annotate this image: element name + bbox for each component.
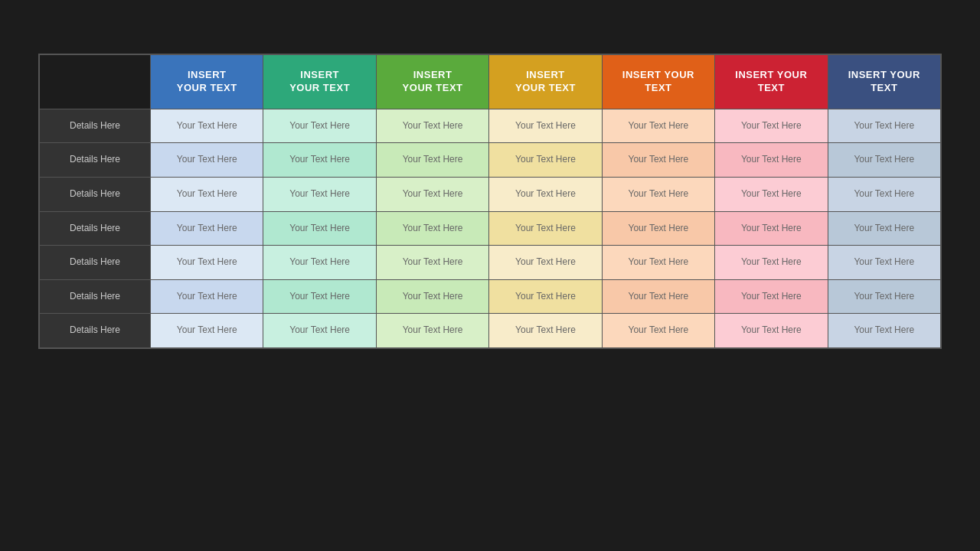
table-cell[interactable]: Your Text Here [376, 177, 488, 211]
table-cell[interactable]: Your Text Here [263, 143, 376, 178]
table-row: Details HereYour Text HereYour Text Here… [40, 143, 941, 178]
header-cell-teal: INSERTYOUR TEXT [263, 55, 376, 109]
table-cell[interactable]: Your Text Here [602, 143, 714, 178]
table-row: Details HereYour Text HereYour Text Here… [40, 279, 941, 314]
table-cell[interactable]: Your Text Here [489, 279, 602, 314]
table-row: Details HereYour Text HereYour Text Here… [40, 246, 941, 280]
table-cell[interactable]: Your Text Here [602, 279, 714, 314]
table-cell[interactable]: Your Text Here [828, 143, 940, 178]
table-cell[interactable]: Your Text Here [263, 177, 376, 211]
table-cell[interactable]: Your Text Here [828, 246, 940, 280]
table-cell[interactable]: Your Text Here [715, 279, 828, 314]
slide: INSERTYOUR TEXTINSERTYOUR TEXTINSERTYOUR… [0, 0, 980, 551]
header-cell-navy: INSERT YOURTEXT [828, 55, 940, 109]
table-cell[interactable]: Your Text Here [489, 177, 602, 211]
table-cell[interactable]: Your Text Here [489, 211, 602, 246]
table-cell[interactable]: Your Text Here [602, 109, 714, 143]
table-cell[interactable]: Your Text Here [151, 246, 263, 280]
table-cell[interactable]: Your Text Here [151, 109, 263, 143]
table-cell[interactable]: Your Text Here [263, 314, 376, 348]
header-cell-blue: INSERTYOUR TEXT [151, 55, 263, 109]
row-label: Details Here [40, 143, 151, 178]
table-cell[interactable]: Your Text Here [828, 211, 940, 246]
table-cell[interactable]: Your Text Here [263, 279, 376, 314]
row-label: Details Here [40, 279, 151, 314]
header-cell-yellow: INSERTYOUR TEXT [489, 55, 602, 109]
table-cell[interactable]: Your Text Here [489, 246, 602, 280]
comparison-table: INSERTYOUR TEXTINSERTYOUR TEXTINSERTYOUR… [39, 54, 941, 348]
table-cell[interactable]: Your Text Here [715, 109, 828, 143]
header-cell-green: INSERTYOUR TEXT [376, 55, 488, 109]
table-cell[interactable]: Your Text Here [151, 314, 263, 348]
table-cell[interactable]: Your Text Here [715, 211, 828, 246]
table-cell[interactable]: Your Text Here [376, 279, 488, 314]
table-cell[interactable]: Your Text Here [263, 109, 376, 143]
table-cell[interactable]: Your Text Here [602, 177, 714, 211]
table-cell[interactable]: Your Text Here [602, 211, 714, 246]
row-label: Details Here [40, 177, 151, 211]
table-cell[interactable]: Your Text Here [828, 177, 940, 211]
row-label: Details Here [40, 314, 151, 348]
table-row: Details HereYour Text HereYour Text Here… [40, 177, 941, 211]
row-label: Details Here [40, 246, 151, 280]
table-cell[interactable]: Your Text Here [376, 314, 488, 348]
table-cell[interactable]: Your Text Here [376, 246, 488, 280]
header-cell-label [40, 55, 151, 109]
table-row: Details HereYour Text HereYour Text Here… [40, 109, 941, 143]
table-cell[interactable]: Your Text Here [263, 246, 376, 280]
table-cell[interactable]: Your Text Here [489, 143, 602, 178]
table-cell[interactable]: Your Text Here [151, 211, 263, 246]
table-cell[interactable]: Your Text Here [263, 211, 376, 246]
table-cell[interactable]: Your Text Here [376, 143, 488, 178]
table-row: Details HereYour Text HereYour Text Here… [40, 211, 941, 246]
table-cell[interactable]: Your Text Here [151, 143, 263, 178]
table-cell[interactable]: Your Text Here [376, 109, 488, 143]
table-cell[interactable]: Your Text Here [715, 246, 828, 280]
table-cell[interactable]: Your Text Here [715, 314, 828, 348]
table-cell[interactable]: Your Text Here [828, 314, 940, 348]
header-cell-orange: INSERT YOURTEXT [602, 55, 714, 109]
table-row: Details HereYour Text HereYour Text Here… [40, 314, 941, 348]
table-cell[interactable]: Your Text Here [602, 314, 714, 348]
header-cell-red: INSERT YOURTEXT [715, 55, 828, 109]
comparison-table-wrapper: INSERTYOUR TEXTINSERTYOUR TEXTINSERTYOUR… [38, 54, 942, 349]
row-label: Details Here [40, 109, 151, 143]
header-row: INSERTYOUR TEXTINSERTYOUR TEXTINSERTYOUR… [40, 55, 941, 109]
row-label: Details Here [40, 211, 151, 246]
table-cell[interactable]: Your Text Here [151, 177, 263, 211]
table-cell[interactable]: Your Text Here [602, 246, 714, 280]
table-cell[interactable]: Your Text Here [376, 211, 488, 246]
table-cell[interactable]: Your Text Here [715, 143, 828, 178]
table-cell[interactable]: Your Text Here [828, 279, 940, 314]
table-cell[interactable]: Your Text Here [489, 109, 602, 143]
table-cell[interactable]: Your Text Here [828, 109, 940, 143]
table-cell[interactable]: Your Text Here [489, 314, 602, 348]
table-cell[interactable]: Your Text Here [151, 279, 263, 314]
table-cell[interactable]: Your Text Here [715, 177, 828, 211]
